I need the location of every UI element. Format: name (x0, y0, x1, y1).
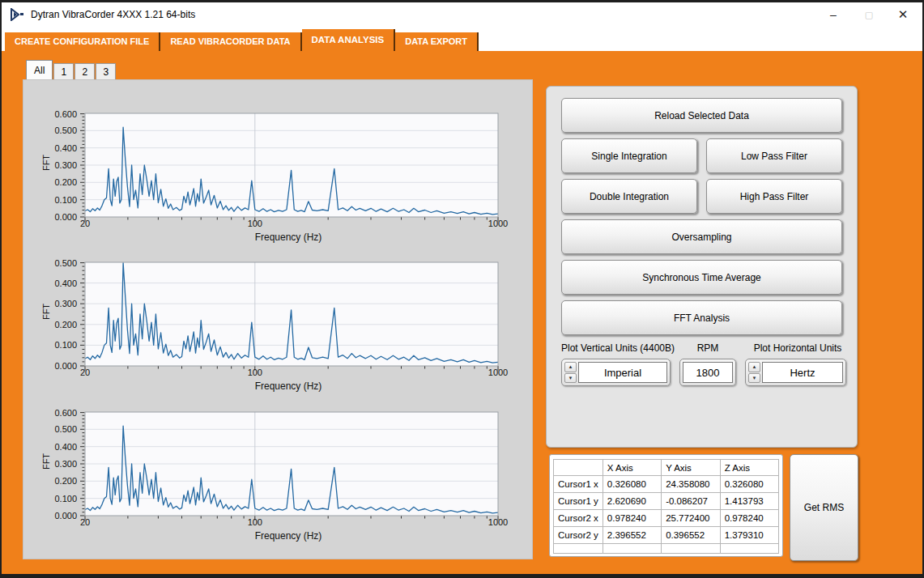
fft-graph[interactable] (79, 113, 503, 226)
plot-horizontal-units-label: Plot Horizontal Units (745, 342, 850, 354)
y-tick-label: 0.500 (38, 125, 77, 136)
main-tabbar: CREATE CONFIGURATION FILE READ VIBRACORD… (2, 28, 922, 51)
horizontal-units-value[interactable]: Hertz (762, 362, 843, 383)
minimize-icon: – (830, 8, 837, 21)
chevron-up-icon: ▲ (752, 364, 757, 369)
x-tick-label: 1000 (488, 368, 508, 377)
fft-graph[interactable] (79, 261, 503, 375)
y-tick-label: 0.200 (38, 319, 77, 330)
plot-horizontal-units-ring: ▲ ▼ Hertz (745, 359, 846, 386)
vertical-units-value[interactable]: Imperial (578, 362, 667, 383)
high-pass-filter-button[interactable]: High Pass Filter (706, 179, 842, 214)
get-rms-button[interactable]: Get RMS (790, 454, 858, 561)
value-cell: 0.326080 (720, 476, 778, 493)
app-window: Dytran VibraCorder 4XXX 1.21 64-bits – ▢… (0, 0, 924, 578)
x-tick-label: 1000 (488, 219, 508, 228)
tab-read-vibracorder-data[interactable]: READ VIBRACORDER DATA (160, 32, 301, 51)
y-tick-label: 0.100 (38, 493, 77, 504)
value-cell: 1.413793 (720, 493, 778, 510)
x-tick-label: 1000 (488, 517, 508, 527)
table-header-cell (554, 460, 603, 476)
subtab-1[interactable]: 1 (53, 63, 74, 79)
table-header-cell: Z Axis (720, 460, 778, 476)
y-tick-label: 0.200 (38, 176, 77, 188)
fft-graph[interactable] (79, 411, 503, 525)
chevron-down-icon: ▼ (568, 376, 573, 380)
vertical-units-spinner: ▲ ▼ (564, 362, 577, 383)
y-tick-label: 0.100 (38, 339, 77, 351)
empty-cell (720, 544, 778, 554)
x-tick-label: 20 (80, 517, 90, 527)
y-tick-label: 0.000 (38, 360, 77, 372)
empty-cell (662, 544, 721, 554)
table-header-cell: X Axis (603, 460, 661, 476)
fft-plot-y: FFT 0.5000.4000.3000.2000.1000.000 20100… (32, 261, 522, 404)
plot-vertical-units-label: Plot Vertical Units (4400B) (553, 342, 683, 354)
window-title: Dytran VibraCorder 4XXX 1.21 64-bits (31, 9, 195, 20)
rpm-value-field[interactable]: 1800 (683, 362, 733, 383)
y-tick-label: 0.300 (38, 159, 77, 171)
row-label-cell: Cursor1 x (554, 476, 603, 493)
x-tick-labels: 201001000 (79, 517, 503, 529)
x-tick-labels: 201001000 (79, 219, 503, 230)
row-label-cell: Cursor1 y (554, 493, 603, 510)
value-cell: -0.086207 (662, 493, 721, 510)
horizontal-units-spinner: ▲ ▼ (748, 362, 760, 383)
fft-plot-z: FFT 0.6000.5000.4000.3000.2000.1000.000 … (32, 411, 522, 554)
y-tick-label: 0.400 (38, 441, 77, 453)
close-icon: ✕ (898, 7, 909, 22)
y-tick-label: 0.500 (38, 257, 77, 269)
rpm-control: 1800 (679, 359, 736, 386)
table-row: Cursor2 x0.97824025.7724000.978240 (554, 510, 779, 527)
y-tick-labels: 0.5000.4000.3000.2000.1000.000 (38, 261, 77, 375)
empty-cell (603, 544, 661, 554)
value-cell: 24.358080 (662, 476, 721, 493)
spinner-down-button[interactable]: ▼ (748, 373, 760, 384)
rpm-label: RPM (679, 342, 736, 354)
subtab-all[interactable]: All (26, 60, 53, 79)
value-cell: 0.978240 (603, 510, 661, 527)
value-cell: 25.772400 (662, 510, 721, 527)
maximize-icon: ▢ (865, 10, 873, 20)
x-tick-label: 20 (80, 368, 90, 377)
minimize-button[interactable]: – (815, 2, 851, 27)
synchronous-time-average-button[interactable]: Synchronous Time Average (561, 260, 842, 295)
value-cell: 0.396552 (662, 527, 721, 544)
dytran-logo-icon (11, 8, 25, 21)
tab-data-export[interactable]: DATA EXPORT (395, 32, 479, 51)
analysis-controls-panel: Reload Selected Data Single Integration … (546, 86, 858, 448)
axis-subtabs: All 1 2 3 (26, 60, 117, 79)
x-axis-label: Frequency (Hz) (79, 530, 498, 542)
titlebar: Dytran VibraCorder 4XXX 1.21 64-bits – ▢… (2, 2, 922, 28)
close-button[interactable]: ✕ (885, 2, 921, 27)
y-tick-label: 0.600 (38, 407, 77, 419)
tab-create-configuration-file[interactable]: CREATE CONFIGURATION FILE (5, 32, 160, 51)
low-pass-filter-button[interactable]: Low Pass Filter (706, 138, 842, 173)
row-label-cell: Cursor2 x (554, 510, 603, 527)
subtab-3[interactable]: 3 (96, 63, 116, 79)
plots-panel: FFT 0.6000.5000.4000.3000.2000.1000.000 … (23, 79, 533, 559)
y-tick-label: 0.400 (38, 278, 77, 289)
y-tick-label: 0.600 (38, 108, 77, 120)
tab-data-analysis[interactable]: DATA ANALYSIS (302, 29, 396, 51)
x-tick-label: 100 (248, 368, 262, 377)
value-cell: 0.978240 (720, 510, 778, 527)
oversampling-button[interactable]: Oversampling (561, 219, 842, 254)
value-cell: 2.396552 (603, 527, 661, 544)
cursor-table: X AxisY AxisZ AxisCursor1 x0.32608024.35… (553, 459, 779, 554)
spinner-up-button[interactable]: ▲ (748, 362, 760, 372)
x-tick-label: 100 (248, 219, 262, 228)
single-integration-button[interactable]: Single Integration (561, 138, 697, 173)
spinner-up-button[interactable]: ▲ (564, 362, 577, 372)
double-integration-button[interactable]: Double Integration (561, 179, 697, 214)
value-cell: 2.620690 (603, 493, 661, 510)
fft-analysis-button[interactable]: FFT Analysis (561, 300, 842, 335)
spinner-down-button[interactable]: ▼ (564, 373, 577, 384)
empty-cell (554, 544, 603, 554)
x-axis-label: Frequency (Hz) (79, 232, 498, 243)
maximize-button: ▢ (851, 2, 887, 27)
subtab-2[interactable]: 2 (75, 63, 95, 79)
y-tick-label: 0.500 (38, 423, 77, 435)
table-header-cell: Y Axis (662, 460, 721, 476)
reload-selected-data-button[interactable]: Reload Selected Data (561, 98, 842, 133)
